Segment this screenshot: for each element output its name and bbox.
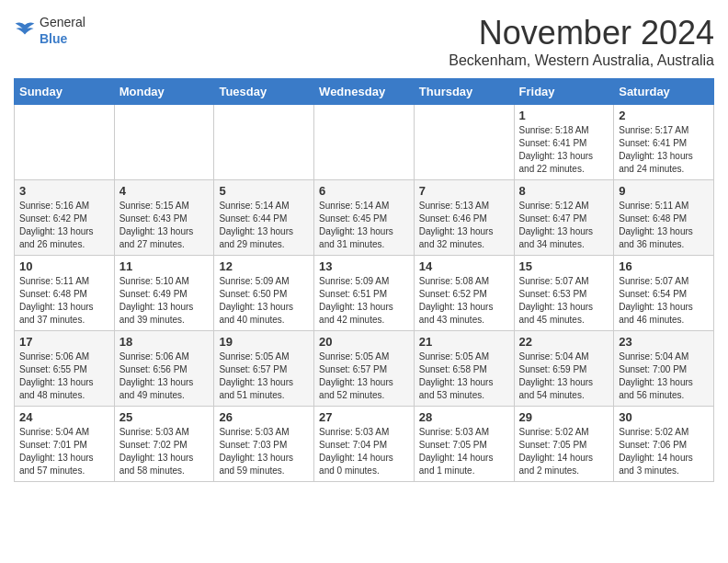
table-row	[15, 105, 115, 180]
calendar: Sunday Monday Tuesday Wednesday Thursday…	[14, 78, 714, 482]
day-info: Sunrise: 5:02 AM Sunset: 7:06 PM Dayligh…	[619, 426, 709, 477]
table-row: 30Sunrise: 5:02 AM Sunset: 7:06 PM Dayli…	[614, 407, 714, 482]
logo-blue: Blue	[40, 31, 67, 46]
col-thursday: Thursday	[414, 79, 514, 105]
table-row: 28Sunrise: 5:03 AM Sunset: 7:05 PM Dayli…	[414, 407, 514, 482]
day-number: 2	[619, 109, 709, 122]
day-info: Sunrise: 5:05 AM Sunset: 6:57 PM Dayligh…	[319, 350, 409, 402]
day-number: 12	[219, 259, 309, 273]
table-row: 23Sunrise: 5:04 AM Sunset: 7:00 PM Dayli…	[614, 331, 714, 407]
day-info: Sunrise: 5:16 AM Sunset: 6:42 PM Dayligh…	[19, 200, 109, 251]
calendar-week-row: 1Sunrise: 5:18 AM Sunset: 6:41 PM Daylig…	[15, 105, 714, 180]
col-friday: Friday	[514, 79, 614, 105]
day-number: 30	[619, 410, 709, 424]
day-number: 23	[619, 335, 709, 349]
location-title: Beckenham, Western Australia, Australia	[449, 52, 714, 69]
day-info: Sunrise: 5:18 AM Sunset: 6:41 PM Dayligh…	[519, 124, 609, 176]
day-info: Sunrise: 5:10 AM Sunset: 6:49 PM Dayligh…	[119, 275, 210, 327]
day-info: Sunrise: 5:14 AM Sunset: 6:45 PM Dayligh…	[319, 200, 409, 251]
table-row: 5Sunrise: 5:14 AM Sunset: 6:44 PM Daylig…	[214, 180, 314, 256]
table-row	[114, 105, 214, 180]
day-info: Sunrise: 5:17 AM Sunset: 6:41 PM Dayligh…	[619, 124, 709, 176]
day-number: 20	[319, 335, 409, 349]
day-number: 4	[119, 184, 210, 198]
col-saturday: Saturday	[614, 79, 714, 105]
table-row: 12Sunrise: 5:09 AM Sunset: 6:50 PM Dayli…	[214, 256, 314, 331]
logo: General Blue	[14, 14, 85, 47]
day-info: Sunrise: 5:15 AM Sunset: 6:43 PM Dayligh…	[119, 200, 210, 251]
day-info: Sunrise: 5:09 AM Sunset: 6:51 PM Dayligh…	[319, 275, 409, 327]
calendar-week-row: 3Sunrise: 5:16 AM Sunset: 6:42 PM Daylig…	[15, 180, 714, 256]
day-number: 29	[519, 410, 609, 424]
day-number: 9	[619, 184, 709, 198]
day-info: Sunrise: 5:03 AM Sunset: 7:02 PM Dayligh…	[119, 426, 210, 477]
day-number: 3	[19, 184, 109, 198]
logo-text: General Blue	[40, 14, 85, 47]
table-row: 2Sunrise: 5:17 AM Sunset: 6:41 PM Daylig…	[614, 105, 714, 180]
day-number: 10	[19, 259, 109, 273]
table-row: 24Sunrise: 5:04 AM Sunset: 7:01 PM Dayli…	[15, 407, 115, 482]
logo-general: General	[40, 15, 85, 29]
day-info: Sunrise: 5:06 AM Sunset: 6:56 PM Dayligh…	[119, 350, 210, 402]
calendar-header-row: Sunday Monday Tuesday Wednesday Thursday…	[15, 79, 714, 105]
day-number: 27	[319, 410, 409, 424]
day-number: 5	[219, 184, 309, 198]
table-row: 3Sunrise: 5:16 AM Sunset: 6:42 PM Daylig…	[15, 180, 115, 256]
day-info: Sunrise: 5:11 AM Sunset: 6:48 PM Dayligh…	[19, 275, 109, 327]
table-row: 6Sunrise: 5:14 AM Sunset: 6:45 PM Daylig…	[314, 180, 415, 256]
day-number: 16	[619, 259, 709, 273]
day-number: 25	[119, 410, 210, 424]
day-number: 22	[519, 335, 609, 349]
day-info: Sunrise: 5:05 AM Sunset: 6:57 PM Dayligh…	[219, 350, 309, 402]
col-monday: Monday	[114, 79, 214, 105]
table-row: 4Sunrise: 5:15 AM Sunset: 6:43 PM Daylig…	[114, 180, 214, 256]
col-tuesday: Tuesday	[214, 79, 314, 105]
day-number: 15	[519, 259, 609, 273]
table-row: 9Sunrise: 5:11 AM Sunset: 6:48 PM Daylig…	[614, 180, 714, 256]
day-number: 17	[19, 335, 109, 349]
day-info: Sunrise: 5:14 AM Sunset: 6:44 PM Dayligh…	[219, 200, 309, 251]
day-info: Sunrise: 5:04 AM Sunset: 6:59 PM Dayligh…	[519, 350, 609, 402]
header: General Blue November 2024 Beckenham, We…	[14, 14, 714, 69]
calendar-week-row: 24Sunrise: 5:04 AM Sunset: 7:01 PM Dayli…	[15, 407, 714, 482]
table-row: 7Sunrise: 5:13 AM Sunset: 6:46 PM Daylig…	[414, 180, 514, 256]
calendar-week-row: 17Sunrise: 5:06 AM Sunset: 6:55 PM Dayli…	[15, 331, 714, 407]
table-row: 19Sunrise: 5:05 AM Sunset: 6:57 PM Dayli…	[214, 331, 314, 407]
table-row: 18Sunrise: 5:06 AM Sunset: 6:56 PM Dayli…	[114, 331, 214, 407]
day-info: Sunrise: 5:07 AM Sunset: 6:53 PM Dayligh…	[519, 275, 609, 327]
table-row: 20Sunrise: 5:05 AM Sunset: 6:57 PM Dayli…	[314, 331, 415, 407]
day-info: Sunrise: 5:06 AM Sunset: 6:55 PM Dayligh…	[19, 350, 109, 402]
col-wednesday: Wednesday	[314, 79, 415, 105]
logo-bird-icon	[14, 21, 36, 40]
day-info: Sunrise: 5:03 AM Sunset: 7:05 PM Dayligh…	[419, 426, 509, 477]
day-number: 11	[119, 259, 210, 273]
day-number: 21	[419, 335, 509, 349]
day-number: 24	[19, 410, 109, 424]
month-title: November 2024	[449, 14, 714, 52]
table-row	[214, 105, 314, 180]
col-sunday: Sunday	[15, 79, 115, 105]
table-row	[414, 105, 514, 180]
day-number: 28	[419, 410, 509, 424]
table-row: 15Sunrise: 5:07 AM Sunset: 6:53 PM Dayli…	[514, 256, 614, 331]
day-number: 6	[319, 184, 409, 198]
day-number: 7	[419, 184, 509, 198]
calendar-week-row: 10Sunrise: 5:11 AM Sunset: 6:48 PM Dayli…	[15, 256, 714, 331]
table-row: 27Sunrise: 5:03 AM Sunset: 7:04 PM Dayli…	[314, 407, 415, 482]
table-row: 8Sunrise: 5:12 AM Sunset: 6:47 PM Daylig…	[514, 180, 614, 256]
day-number: 26	[219, 410, 309, 424]
day-number: 8	[519, 184, 609, 198]
day-number: 1	[519, 109, 609, 122]
table-row: 25Sunrise: 5:03 AM Sunset: 7:02 PM Dayli…	[114, 407, 214, 482]
day-number: 19	[219, 335, 309, 349]
day-info: Sunrise: 5:09 AM Sunset: 6:50 PM Dayligh…	[219, 275, 309, 327]
table-row: 1Sunrise: 5:18 AM Sunset: 6:41 PM Daylig…	[514, 105, 614, 180]
day-info: Sunrise: 5:02 AM Sunset: 7:05 PM Dayligh…	[519, 426, 609, 477]
table-row: 26Sunrise: 5:03 AM Sunset: 7:03 PM Dayli…	[214, 407, 314, 482]
day-info: Sunrise: 5:03 AM Sunset: 7:03 PM Dayligh…	[219, 426, 309, 477]
day-info: Sunrise: 5:13 AM Sunset: 6:46 PM Dayligh…	[419, 200, 509, 251]
title-area: November 2024 Beckenham, Western Austral…	[449, 14, 714, 69]
day-number: 13	[319, 259, 409, 273]
table-row: 16Sunrise: 5:07 AM Sunset: 6:54 PM Dayli…	[614, 256, 714, 331]
day-info: Sunrise: 5:12 AM Sunset: 6:47 PM Dayligh…	[519, 200, 609, 251]
